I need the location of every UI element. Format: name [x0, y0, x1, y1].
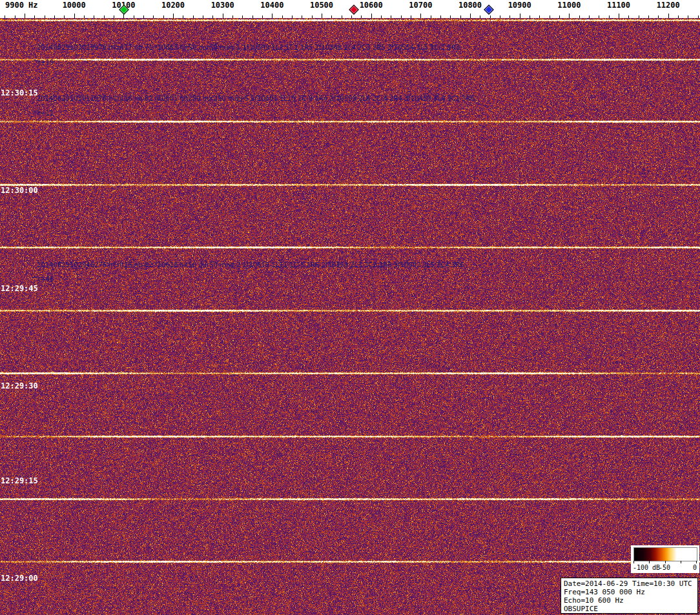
freq-major-tick — [520, 14, 520, 18]
freq-major-tick — [569, 14, 570, 18]
info-echo: Echo=10 600 Hz — [564, 596, 695, 605]
info-date-time: Date=2014-06-29 Time=10:30 UTC — [564, 580, 695, 588]
info-frequency: Freq=143 050 000 Hz — [564, 588, 695, 596]
info-station: OBSUPICE — [564, 605, 695, 613]
freq-tick-label: 11000 — [557, 1, 581, 10]
freq-tick-label: 11200 — [657, 1, 680, 10]
colorbar: -100 dB -50 0 — [631, 545, 699, 573]
colorbar-label-mid: -50 — [659, 564, 670, 571]
time-label: 12:30:00 — [1, 186, 38, 195]
detection-time-offset: ^t+19 — [32, 59, 54, 66]
freq-major-tick — [420, 14, 421, 18]
freq-tick-label: 10000 — [63, 1, 86, 10]
freq-major-tick — [272, 14, 273, 18]
colorbar-tick — [681, 561, 681, 563]
time-label: 12:29:15 — [1, 476, 38, 485]
colorbar-tick — [665, 561, 666, 563]
colorbar-tick — [696, 561, 697, 563]
freq-tick-label: 10500 — [310, 1, 333, 10]
freq-major-tick — [223, 14, 223, 18]
spectrogram-viewer: 9900 Hz100001010010200103001040010500106… — [0, 0, 700, 615]
freq-tick-label: 10300 — [211, 1, 234, 10]
freq-tick-label: 10800 — [458, 1, 482, 10]
freq-tick-label: 11100 — [607, 1, 630, 10]
freq-marker-red[interactable] — [349, 5, 359, 15]
freq-major-tick — [668, 14, 669, 18]
freq-tick-label: 10700 — [409, 1, 432, 10]
colorbar-label-max: 0 — [693, 564, 697, 571]
freq-major-tick — [25, 14, 25, 18]
info-box: Date=2014-06-29 Time=10:30 UTC Freq=143 … — [561, 578, 698, 614]
frequency-axis: 9900 Hz100001010010200103001040010500106… — [0, 0, 700, 18]
spectrogram-canvas — [0, 18, 700, 615]
detection-annotation: 20140629103019976 hCnt17 nb-71 f10663 hi… — [37, 44, 460, 51]
freq-major-tick — [173, 14, 174, 18]
time-label: 12:29:45 — [1, 284, 38, 293]
colorbar-tick — [649, 561, 650, 563]
time-label: 12:30:15 — [1, 88, 38, 97]
freq-major-tick — [74, 14, 75, 18]
freq-major-tick — [322, 14, 322, 18]
colorbar-label-min: -100 dB — [633, 564, 660, 571]
detection-time-offset: ^t+11 — [32, 110, 54, 117]
freq-major-tick — [371, 14, 372, 18]
freq-tick-label: 9900 Hz — [5, 1, 38, 10]
freq-major-tick — [470, 14, 471, 18]
colorbar-gradient — [633, 547, 697, 561]
detection-time-offset: ^t+46 — [32, 276, 54, 283]
time-label: 12:29:00 — [1, 574, 38, 583]
freq-tick-label: 10200 — [161, 1, 185, 10]
spectrogram-plot: 12:30:1512:30:0012:29:4512:29:3012:29:15… — [0, 18, 700, 615]
freq-tick-label: 10400 — [260, 1, 283, 10]
colorbar-tick — [633, 561, 634, 563]
time-label: 12:29:30 — [1, 381, 38, 390]
detection-annotation: 20140629103011976 hCnt16 nb-82 f10601 hi… — [37, 95, 475, 102]
freq-marker-blue[interactable] — [484, 5, 494, 15]
freq-tick-label: 10900 — [508, 1, 531, 10]
detection-annotation: 20140629102946276 hCnt15 nb-82 f10618 hi… — [37, 261, 464, 268]
freq-tick-label: 10600 — [360, 1, 383, 10]
freq-major-tick — [619, 14, 619, 18]
